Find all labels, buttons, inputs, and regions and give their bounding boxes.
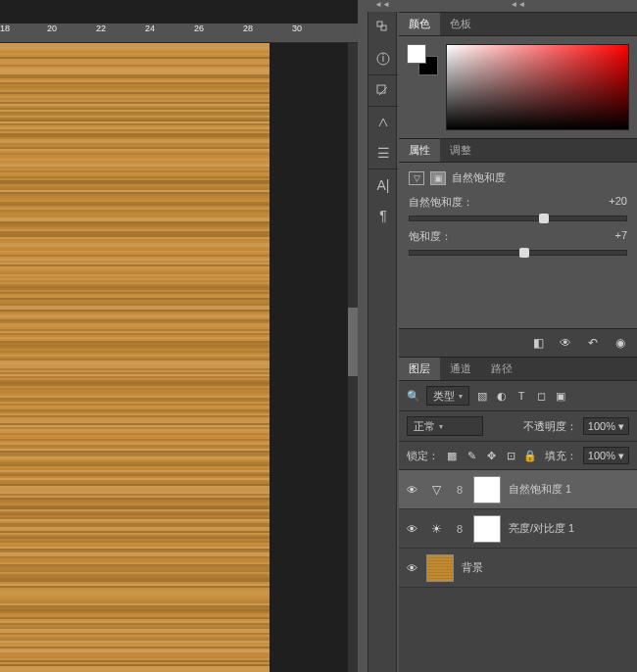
lock-paint-icon[interactable]: ✎ [465, 449, 478, 462]
visibility-toggle-icon[interactable]: 👁 [405, 522, 418, 536]
tab-swatches[interactable]: 色板 [440, 13, 481, 35]
fill-label: 填充： [545, 449, 577, 463]
filter-pixel-icon[interactable]: ▧ [475, 389, 489, 403]
lock-transparent-icon[interactable]: ▩ [445, 449, 459, 462]
ruler-tick: 30 [292, 24, 302, 33]
fill-input[interactable]: 100%▾ [583, 447, 629, 464]
svg-line-5 [379, 87, 387, 95]
foreground-background-swatch[interactable] [407, 44, 440, 77]
tab-channels[interactable]: 通道 [440, 358, 481, 380]
swap-icon[interactable] [368, 74, 398, 106]
tab-properties[interactable]: 属性 [399, 139, 440, 162]
opacity-input[interactable]: 100%▾ [583, 417, 629, 435]
layer-thumbnail[interactable] [426, 554, 454, 582]
layer-name[interactable]: 自然饱和度 1 [509, 482, 571, 497]
foreground-color-swatch[interactable] [407, 44, 426, 64]
visibility-toggle-icon[interactable]: 👁 [405, 561, 418, 575]
right-panels: 颜色 色板 属性 调整 ▽ ▣ 自然饱和度 自然饱和度：+20 [399, 12, 637, 672]
layer-name[interactable]: 背景 [462, 560, 483, 575]
ruler-tick: 26 [194, 24, 204, 33]
lock-position-icon[interactable]: ✥ [484, 449, 498, 462]
slider-handle[interactable] [519, 248, 529, 258]
properties-footer: ◧ 👁 ↶ ◉ [399, 328, 637, 357]
slider-track[interactable] [409, 216, 627, 221]
blend-mode-dropdown[interactable]: 正常▾ [407, 416, 483, 436]
filter-shape-icon[interactable]: ◻ [534, 389, 548, 403]
canvas-area: 18 20 22 24 26 28 30 [0, 0, 358, 672]
slider-handle[interactable] [539, 214, 549, 223]
reset-icon[interactable]: ↶ [584, 335, 602, 351]
filter-type-dropdown[interactable]: 类型▾ [426, 386, 469, 406]
layer-row[interactable]: 👁 背景 [399, 549, 637, 588]
ruler-tick: 22 [96, 24, 106, 33]
opacity-label: 不透明度： [523, 419, 577, 434]
tab-paths[interactable]: 路径 [481, 358, 522, 380]
clip-icon[interactable]: ◧ [529, 335, 547, 351]
horizontal-ruler[interactable]: 18 20 22 24 26 28 30 [0, 24, 358, 43]
layer-filter-bar: 🔍 类型▾ ▧ ◐ T ◻ ▣ [399, 381, 637, 411]
tab-adjustments[interactable]: 调整 [440, 139, 481, 162]
ruler-tick: 24 [145, 24, 155, 33]
blend-opacity-row: 正常▾ 不透明度： 100%▾ [399, 411, 637, 442]
visibility-toggle-icon[interactable]: 👁 [405, 483, 418, 497]
layers-tabs: 图层 通道 路径 [399, 358, 637, 381]
slider-value[interactable]: +20 [609, 195, 627, 210]
tab-layers[interactable]: 图层 [399, 358, 440, 380]
lock-all-icon[interactable]: 🔒 [523, 449, 537, 462]
adjustment-name: 自然饱和度 [452, 170, 506, 185]
paragraph-icon[interactable]: ¶ [368, 200, 398, 231]
character-icon[interactable]: A| [368, 168, 398, 200]
saturation-slider: 饱和度：+7 [409, 229, 627, 256]
layer-name[interactable]: 亮度/对比度 1 [509, 521, 574, 536]
properties-tabs: 属性 调整 [399, 139, 637, 163]
adjustment-title: ▽ ▣ 自然饱和度 [409, 170, 627, 185]
info-icon[interactable]: i [368, 43, 398, 74]
filter-adjust-icon[interactable]: ◐ [495, 389, 509, 403]
history-icon[interactable] [368, 12, 398, 43]
properties-panel: 属性 调整 ▽ ▣ 自然饱和度 自然饱和度：+20 饱和度：+7 ◧ 👁 ↶ ◉ [399, 138, 637, 357]
visible-icon[interactable]: ◉ [612, 335, 629, 351]
lock-fill-row: 锁定： ▩ ✎ ✥ ⊡ 🔒 填充： 100%▾ [399, 442, 637, 470]
brush-icon[interactable] [368, 106, 398, 137]
color-tabs: 颜色 色板 [399, 13, 637, 36]
layer-mask-thumbnail[interactable] [473, 515, 501, 543]
color-panel: 颜色 色板 [399, 12, 637, 138]
layer-row[interactable]: 👁 ▽ 8 自然饱和度 1 [399, 470, 637, 509]
slider-label: 自然饱和度： [409, 195, 473, 210]
vertical-scrollbar[interactable] [348, 43, 358, 672]
link-icon: 8 [454, 523, 466, 535]
collapse-panel-icon[interactable]: ◄◄ [368, 0, 397, 10]
adjustment-icon: ☀ [426, 519, 446, 539]
preset-icon[interactable]: ☰ [368, 137, 398, 168]
lock-label: 锁定： [407, 449, 439, 463]
filter-smart-icon[interactable]: ▣ [554, 389, 567, 403]
svg-rect-4 [377, 85, 385, 93]
slider-track[interactable] [409, 250, 627, 256]
link-icon: 8 [454, 484, 466, 496]
color-picker-square[interactable] [446, 44, 629, 130]
view-icon[interactable]: 👁 [557, 335, 574, 351]
svg-text:i: i [382, 52, 384, 64]
lock-artboard-icon[interactable]: ⊡ [504, 449, 517, 462]
document-canvas[interactable] [0, 43, 270, 672]
slider-value[interactable]: +7 [614, 229, 627, 244]
adjustment-icon: ▽ [426, 480, 446, 500]
slider-label: 饱和度： [409, 229, 452, 244]
layers-panel: 图层 通道 路径 🔍 类型▾ ▧ ◐ T ◻ ▣ 正常▾ 不透明度： 100%▾… [399, 357, 637, 588]
ruler-tick: 28 [243, 24, 253, 33]
vibrance-adj-icon: ▽ [409, 171, 424, 185]
mask-icon: ▣ [430, 171, 446, 185]
search-icon[interactable]: 🔍 [407, 389, 420, 403]
layer-row[interactable]: 👁 ☀ 8 亮度/对比度 1 [399, 509, 637, 549]
layer-mask-thumbnail[interactable] [473, 476, 501, 504]
vertical-toolbar: i ☰ A| ¶ [368, 12, 397, 672]
filter-type-icon[interactable]: T [514, 389, 528, 403]
collapse-panel-icon[interactable]: ◄◄ [399, 0, 637, 10]
ruler-tick: 20 [47, 24, 57, 33]
tab-color[interactable]: 颜色 [399, 13, 440, 35]
ruler-tick: 18 [0, 24, 10, 33]
vibrance-slider: 自然饱和度：+20 [409, 195, 627, 221]
